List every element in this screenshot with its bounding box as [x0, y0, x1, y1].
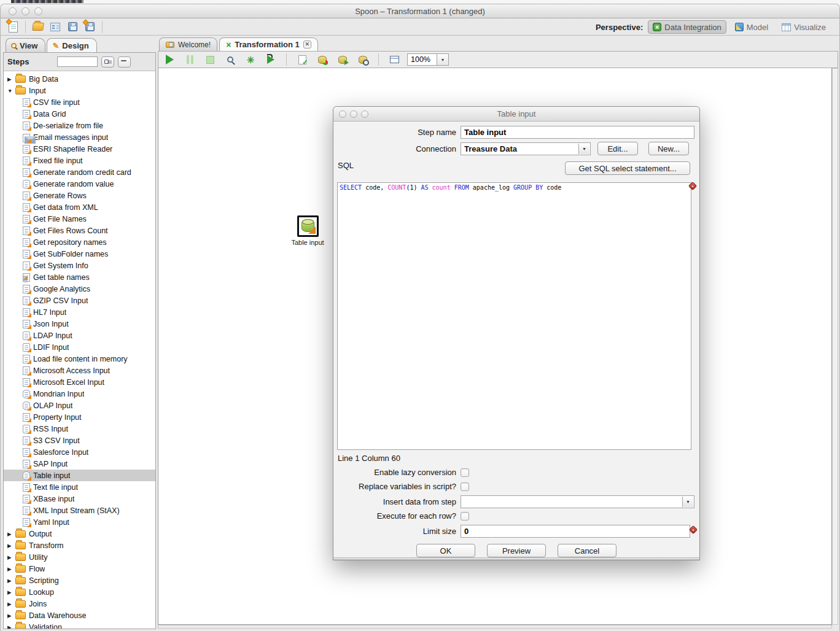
- tree-item-get-file-names[interactable]: Get File Names: [4, 213, 155, 225]
- lazy-conversion-checkbox[interactable]: [461, 468, 469, 477]
- run-button[interactable]: [162, 52, 177, 67]
- tree-item-generate-random-credit-card[interactable]: Generate random credit card: [4, 166, 155, 178]
- tree-item-email-messages-input[interactable]: Email messages input: [4, 131, 155, 143]
- tree-item-table-input[interactable]: Table input: [4, 470, 155, 481]
- disclosure-right-icon[interactable]: ▶: [7, 543, 15, 549]
- tree-item-csv-file-input[interactable]: CSV file input: [4, 96, 155, 108]
- tree-item-salesforce-input[interactable]: Salesforce Input: [4, 446, 155, 458]
- connection-dropdown-button[interactable]: ▼: [578, 144, 589, 154]
- tree-item-hl7-input[interactable]: HL7 Input: [4, 306, 155, 318]
- canvas-horizontal-scrollbar[interactable]: [158, 625, 832, 629]
- tree-item-property-input[interactable]: Property Input: [4, 411, 155, 423]
- tree-folder-validation[interactable]: ▶Validation: [4, 621, 155, 629]
- tree-item-get-repository-names[interactable]: Get repository names: [4, 236, 155, 248]
- sql-editor[interactable]: SELECT code, COUNT(1) AS count FROM apac…: [337, 182, 691, 450]
- verify-button[interactable]: [295, 52, 309, 67]
- disclosure-right-icon[interactable]: ▶: [7, 613, 15, 619]
- explore-database-button[interactable]: [356, 52, 370, 67]
- preview-button[interactable]: [223, 52, 238, 67]
- tree-item-text-file-input[interactable]: Text file input: [4, 481, 155, 493]
- tree-item-esri-shapefile-reader[interactable]: ESRI Shapefile Reader: [4, 143, 155, 155]
- tree-folder-utility[interactable]: ▶Utility: [4, 551, 155, 563]
- disclosure-right-icon[interactable]: ▶: [7, 624, 15, 629]
- stop-button[interactable]: [203, 52, 217, 67]
- tree-folder-lookup[interactable]: ▶Lookup: [4, 586, 155, 598]
- get-sql-button[interactable]: [335, 52, 350, 67]
- table-input-step-icon[interactable]: [297, 215, 319, 237]
- show-results-button[interactable]: [387, 52, 402, 67]
- new-connection-button[interactable]: New...: [648, 142, 689, 155]
- tree-item-get-subfolder-names[interactable]: Get SubFolder names: [4, 248, 155, 260]
- canvas-vertical-scrollbar[interactable]: [832, 68, 838, 625]
- collapse-all-button[interactable]: [118, 56, 131, 68]
- tree-folder-big-data[interactable]: ▶Big Data: [4, 73, 155, 85]
- disclosure-down-icon[interactable]: ▼: [7, 88, 15, 94]
- tab-close-icon[interactable]: ✕: [303, 41, 311, 48]
- impact-button[interactable]: [315, 52, 330, 67]
- tree-item-xml-input-stream-stax-[interactable]: XML Input Stream (StAX): [4, 505, 155, 516]
- tree-item-xbase-input[interactable]: XBase input: [4, 493, 155, 505]
- save-button[interactable]: [65, 20, 80, 34]
- tree-folder-output[interactable]: ▶Output: [4, 528, 155, 540]
- disclosure-right-icon[interactable]: ▶: [7, 566, 15, 572]
- new-file-button[interactable]: [6, 20, 20, 34]
- tab-welcome-[interactable]: Welcome!: [159, 37, 217, 51]
- tree-item-get-table-names[interactable]: Get table names: [4, 271, 155, 283]
- tree-item-data-grid[interactable]: Data Grid: [4, 108, 155, 120]
- step-name-input[interactable]: [461, 126, 694, 139]
- tree-folder-input[interactable]: ▼Input: [4, 85, 155, 96]
- tree-item-get-data-from-xml[interactable]: Get data from XML: [4, 201, 155, 213]
- dialog-resize-bar[interactable]: [333, 557, 699, 560]
- tree-folder-scripting[interactable]: ▶Scripting: [4, 575, 155, 586]
- tree-item-mondrian-input[interactable]: Mondrian Input: [4, 388, 155, 400]
- explore-repository-button[interactable]: [48, 20, 63, 34]
- tree-folder-transform[interactable]: ▶Transform: [4, 540, 155, 551]
- tab-design[interactable]: ✎Design: [47, 38, 96, 52]
- tree-item-microsoft-access-input[interactable]: Microsoft Access Input: [4, 365, 155, 376]
- save-as-button[interactable]: [82, 20, 97, 34]
- tree-item-sap-input[interactable]: SAP Input: [4, 458, 155, 470]
- tree-item-s3-csv-input[interactable]: S3 CSV Input: [4, 435, 155, 446]
- expand-all-button[interactable]: [101, 56, 114, 68]
- tree-item-generate-random-value[interactable]: Generate random value: [4, 178, 155, 190]
- tree-item-load-file-content-in-memory[interactable]: Load file content in memory: [4, 353, 155, 365]
- perspective-visualize-button[interactable]: Visualize: [777, 20, 831, 34]
- zoom-window-button[interactable]: [34, 7, 42, 15]
- disclosure-right-icon[interactable]: ▶: [7, 601, 15, 607]
- dialog-close-button[interactable]: [339, 110, 346, 118]
- tree-item-microsoft-excel-input[interactable]: Microsoft Excel Input: [4, 376, 155, 388]
- ok-button[interactable]: OK: [416, 544, 475, 557]
- disclosure-right-icon[interactable]: ▶: [7, 578, 15, 584]
- tree-item-get-files-rows-count[interactable]: Get Files Rows Count: [4, 225, 155, 236]
- dialog-minimize-button[interactable]: [350, 110, 357, 118]
- tree-item-gzip-csv-input[interactable]: GZIP CSV Input: [4, 295, 155, 306]
- zoom-dropdown-button[interactable]: ▼: [437, 53, 449, 66]
- preview-button[interactable]: Preview: [487, 544, 546, 557]
- tree-item-generate-rows[interactable]: Generate Rows: [4, 190, 155, 201]
- debug-button[interactable]: [243, 52, 258, 67]
- disclosure-right-icon[interactable]: ▶: [7, 554, 15, 560]
- pause-button[interactable]: [182, 52, 197, 67]
- tree-item-fixed-file-input[interactable]: Fixed file input: [4, 155, 155, 166]
- zoom-level-input[interactable]: [407, 53, 437, 66]
- tree-item-rss-input[interactable]: RSS Input: [4, 423, 155, 435]
- tree-item-get-system-info[interactable]: Get System Info: [4, 260, 155, 271]
- execute-each-row-checkbox[interactable]: [461, 512, 469, 521]
- limit-size-input[interactable]: [461, 525, 690, 538]
- replay-button[interactable]: [263, 52, 278, 67]
- insert-data-combo[interactable]: ▼: [461, 495, 694, 508]
- perspective-data-integration-button[interactable]: Data Integration: [648, 20, 726, 34]
- tree-item-de-serialize-from-file[interactable]: De-serialize from file: [4, 120, 155, 131]
- replace-variables-checkbox[interactable]: [461, 482, 469, 491]
- tree-item-olap-input[interactable]: OLAP Input: [4, 400, 155, 411]
- steps-search-input[interactable]: [57, 56, 98, 67]
- tree-folder-joins[interactable]: ▶Joins: [4, 598, 155, 610]
- perspective-model-button[interactable]: Model: [730, 20, 773, 34]
- tree-item-ldap-input[interactable]: LDAP Input: [4, 330, 155, 341]
- connection-combo[interactable]: Treasure Data ▼: [461, 142, 591, 155]
- table-input-step[interactable]: Table input: [280, 215, 335, 246]
- disclosure-right-icon[interactable]: ▶: [7, 76, 15, 82]
- close-window-button[interactable]: [9, 7, 17, 15]
- disclosure-right-icon[interactable]: ▶: [7, 531, 15, 537]
- tab-transformation-1[interactable]: ×Transformation 1✕: [219, 37, 318, 51]
